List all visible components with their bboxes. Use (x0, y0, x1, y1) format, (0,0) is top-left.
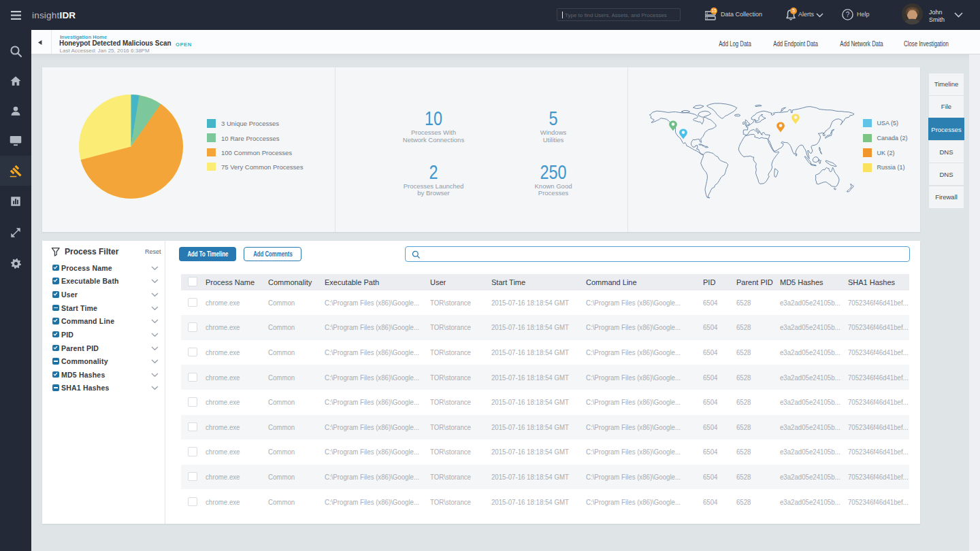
svg-text:?: ? (846, 11, 850, 18)
